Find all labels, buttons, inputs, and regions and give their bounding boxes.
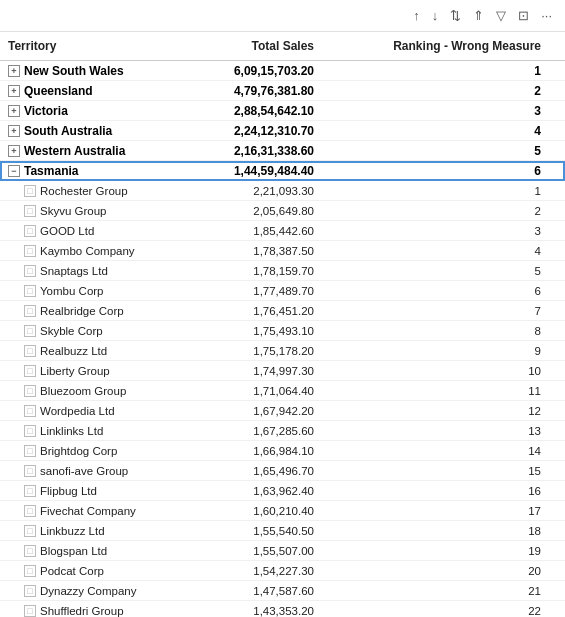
sales-cell: 1,76,451.20 [200, 301, 330, 320]
table-row[interactable]: □Snaptags Ltd1,78,159.705 [0, 261, 565, 281]
territory-cell: □GOOD Ltd [0, 221, 200, 240]
expand-icon[interactable]: ⊡ [515, 6, 532, 25]
table-row[interactable]: −Tasmania1,44,59,484.406 [0, 161, 565, 181]
table-row[interactable]: □Realbuzz Ltd1,75,178.209 [0, 341, 565, 361]
filter-icon[interactable]: ▽ [493, 6, 509, 25]
territory-cell: □Realbuzz Ltd [0, 341, 200, 360]
expand-collapse-icon[interactable]: □ [24, 465, 36, 477]
table-row[interactable]: □Skyble Corp1,75,493.108 [0, 321, 565, 341]
sort-desc-icon[interactable]: ↓ [429, 6, 442, 25]
expand-collapse-icon[interactable]: □ [24, 505, 36, 517]
expand-collapse-icon[interactable]: + [8, 145, 20, 157]
expand-collapse-icon[interactable]: □ [24, 425, 36, 437]
more-icon[interactable]: ··· [538, 6, 555, 25]
expand-collapse-icon[interactable]: + [8, 65, 20, 77]
territory-label: Realbuzz Ltd [40, 345, 107, 357]
expand-collapse-icon[interactable]: □ [24, 385, 36, 397]
sales-cell: 1,43,353.20 [200, 601, 330, 617]
territory-label: Dynazzy Company [40, 585, 137, 597]
sales-cell: 1,85,442.60 [200, 221, 330, 240]
territory-label: South Australia [24, 124, 112, 138]
expand-collapse-icon[interactable]: + [8, 125, 20, 137]
rank-cell: 4 [330, 241, 565, 260]
table-row[interactable]: □Skyvu Group2,05,649.802 [0, 201, 565, 221]
table-row[interactable]: □Linkbuzz Ltd1,55,540.5018 [0, 521, 565, 541]
territory-cell: □Bluezoom Group [0, 381, 200, 400]
sales-cell: 2,88,54,642.10 [200, 101, 330, 120]
table-row[interactable]: +South Australia2,24,12,310.704 [0, 121, 565, 141]
table-row[interactable]: □Fivechat Company1,60,210.4017 [0, 501, 565, 521]
table-row[interactable]: □Realbridge Corp1,76,451.207 [0, 301, 565, 321]
rank-cell: 1 [330, 181, 565, 200]
territory-cell: +New South Wales [0, 61, 200, 80]
territory-label: Podcat Corp [40, 565, 104, 577]
expand-collapse-icon[interactable]: □ [24, 245, 36, 257]
expand-collapse-icon[interactable]: □ [24, 565, 36, 577]
territory-cell: □Brightdog Corp [0, 441, 200, 460]
territory-label: Yombu Corp [40, 285, 104, 297]
table-row[interactable]: □Liberty Group1,74,997.3010 [0, 361, 565, 381]
table-row[interactable]: □Blogspan Ltd1,55,507.0019 [0, 541, 565, 561]
expand-collapse-icon[interactable]: □ [24, 225, 36, 237]
table-row[interactable]: □GOOD Ltd1,85,442.603 [0, 221, 565, 241]
expand-collapse-icon[interactable]: □ [24, 405, 36, 417]
rank-cell: 13 [330, 421, 565, 440]
table-row[interactable]: □Rochester Group2,21,093.301 [0, 181, 565, 201]
expand-collapse-icon[interactable]: □ [24, 345, 36, 357]
table-row[interactable]: □sanofi-ave Group1,65,496.7015 [0, 461, 565, 481]
territory-cell: □Liberty Group [0, 361, 200, 380]
territory-cell: □Linklinks Ltd [0, 421, 200, 440]
expand-collapse-icon[interactable]: □ [24, 305, 36, 317]
rank-cell: 19 [330, 541, 565, 560]
rank-cell: 12 [330, 401, 565, 420]
expand-collapse-icon[interactable]: − [8, 165, 20, 177]
expand-collapse-icon[interactable]: □ [24, 325, 36, 337]
table-row[interactable]: □Podcat Corp1,54,227.3020 [0, 561, 565, 581]
expand-collapse-icon[interactable]: □ [24, 445, 36, 457]
rank-cell: 7 [330, 301, 565, 320]
table-scroll[interactable]: +New South Wales6,09,15,703.201+Queensla… [0, 61, 565, 617]
table-row[interactable]: +New South Wales6,09,15,703.201 [0, 61, 565, 81]
table-row[interactable]: □Linklinks Ltd1,67,285.6013 [0, 421, 565, 441]
territory-label: sanofi-ave Group [40, 465, 128, 477]
expand-collapse-icon[interactable]: □ [24, 205, 36, 217]
territory-label: Kaymbo Company [40, 245, 135, 257]
table-row[interactable]: □Flipbug Ltd1,63,962.4016 [0, 481, 565, 501]
table-row[interactable]: +Queensland4,79,76,381.802 [0, 81, 565, 101]
expand-collapse-icon[interactable]: □ [24, 285, 36, 297]
sales-cell: 2,21,093.30 [200, 181, 330, 200]
sort-both-icon[interactable]: ⇅ [447, 6, 464, 25]
table-row[interactable]: □Kaymbo Company1,78,387.504 [0, 241, 565, 261]
table-container: Territory Total Sales Ranking - Wrong Me… [0, 32, 565, 617]
sort-clear-icon[interactable]: ⇑ [470, 6, 487, 25]
table-row[interactable]: □Bluezoom Group1,71,064.4011 [0, 381, 565, 401]
rank-cell: 14 [330, 441, 565, 460]
table-row[interactable]: □Dynazzy Company1,47,587.6021 [0, 581, 565, 601]
expand-collapse-icon[interactable]: □ [24, 545, 36, 557]
sales-cell: 1,75,178.20 [200, 341, 330, 360]
expand-collapse-icon[interactable]: □ [24, 485, 36, 497]
expand-collapse-icon[interactable]: + [8, 105, 20, 117]
expand-collapse-icon[interactable]: □ [24, 365, 36, 377]
sales-cell: 1,63,962.40 [200, 481, 330, 500]
table-row[interactable]: □Wordpedia Ltd1,67,942.2012 [0, 401, 565, 421]
expand-collapse-icon[interactable]: □ [24, 265, 36, 277]
sales-cell: 1,71,064.40 [200, 381, 330, 400]
territory-label: Fivechat Company [40, 505, 136, 517]
expand-collapse-icon[interactable]: + [8, 85, 20, 97]
table-row[interactable]: □Shuffledri Group1,43,353.2022 [0, 601, 565, 617]
territory-cell: +Western Australia [0, 141, 200, 160]
table-row[interactable]: +Victoria2,88,54,642.103 [0, 101, 565, 121]
table-row[interactable]: □Brightdog Corp1,66,984.1014 [0, 441, 565, 461]
expand-collapse-icon[interactable]: □ [24, 585, 36, 597]
expand-collapse-icon[interactable]: □ [24, 525, 36, 537]
sort-asc-icon[interactable]: ↑ [410, 6, 423, 25]
rank-cell: 5 [330, 141, 565, 160]
expand-collapse-icon[interactable]: □ [24, 605, 36, 617]
sales-cell: 2,16,31,338.60 [200, 141, 330, 160]
rank-cell: 1 [330, 61, 565, 80]
table-row[interactable]: □Yombu Corp1,77,489.706 [0, 281, 565, 301]
expand-collapse-icon[interactable]: □ [24, 185, 36, 197]
sales-cell: 1,67,285.60 [200, 421, 330, 440]
table-row[interactable]: +Western Australia2,16,31,338.605 [0, 141, 565, 161]
